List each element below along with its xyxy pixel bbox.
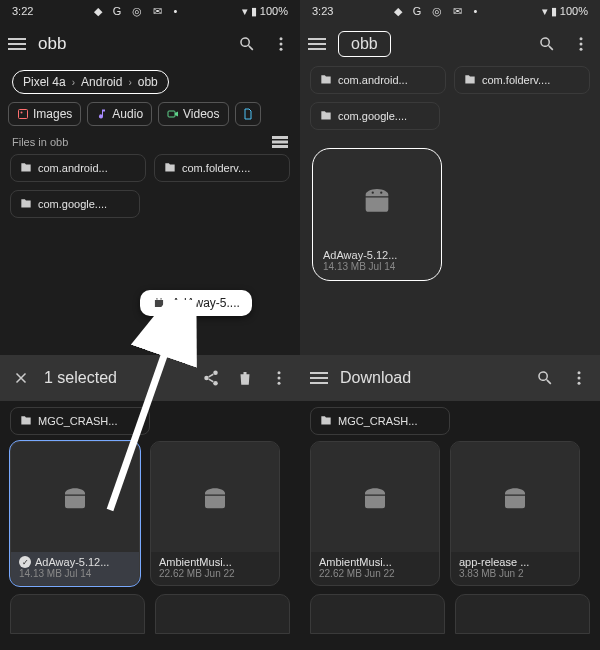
status-notif-icons: ◆ G ◎ ✉ • [94, 5, 182, 18]
search-button[interactable] [534, 367, 556, 389]
file-item[interactable]: app-release ... 3.83 MB Jun 2 [450, 441, 580, 586]
filter-chips: Images Audio Videos [0, 102, 300, 134]
folder-item[interactable]: com.google.... [310, 102, 440, 130]
status-bar: 3:22 ◆ G ◎ ✉ • ▾ ▮ 100% [0, 0, 300, 22]
chevron-right-icon: › [128, 77, 131, 88]
folder-icon [163, 161, 177, 175]
share-button[interactable] [200, 367, 222, 389]
status-notif-icons: ◆ G ◎ ✉ • [394, 5, 482, 18]
svg-point-12 [372, 191, 374, 193]
breadcrumb-item[interactable]: obb [138, 75, 158, 89]
folder-icon [19, 161, 33, 175]
app-bar: obb [300, 22, 600, 66]
page-title: obb [38, 34, 224, 54]
file-meta: 22.62 MB Jun 22 [311, 568, 439, 585]
search-value: obb [351, 35, 378, 52]
chevron-right-icon: › [72, 77, 75, 88]
status-battery: ▾ ▮ 100% [542, 5, 588, 18]
breadcrumb-item[interactable]: Android [81, 75, 122, 89]
svg-point-22 [578, 382, 581, 385]
svg-point-4 [21, 112, 23, 114]
svg-point-13 [380, 191, 382, 193]
svg-point-19 [278, 382, 281, 385]
android-icon [500, 482, 530, 512]
menu-button[interactable] [310, 377, 328, 379]
breadcrumb[interactable]: Pixel 4a › Android › obb [12, 70, 169, 94]
folder-label: com.android... [338, 74, 408, 86]
chip-images[interactable]: Images [8, 102, 81, 126]
file-item-partial[interactable] [310, 594, 445, 634]
overflow-button[interactable] [568, 367, 590, 389]
hamburger-icon [308, 43, 326, 45]
folder-item[interactable]: MGC_CRASH... [310, 407, 450, 435]
view-toggle-icon[interactable] [272, 136, 288, 148]
search-icon [536, 369, 554, 387]
close-icon [12, 369, 30, 387]
file-name: AdAway-5.12... [35, 556, 109, 568]
file-item-partial[interactable] [10, 594, 145, 634]
file-thumbnail [451, 442, 579, 552]
svg-rect-7 [272, 141, 288, 144]
file-thumbnail [313, 149, 441, 249]
svg-point-1 [280, 43, 283, 46]
status-battery: ▾ ▮ 100% [242, 5, 288, 18]
folder-item[interactable]: com.folderv.... [154, 154, 290, 182]
checkmark-icon: ✓ [19, 556, 31, 568]
section-header: Files in obb [0, 134, 300, 154]
svg-rect-8 [272, 145, 288, 148]
folder-item[interactable]: com.google.... [10, 190, 140, 218]
search-icon [238, 35, 256, 53]
more-vert-icon [270, 369, 288, 387]
more-vert-icon [572, 35, 590, 53]
svg-point-9 [580, 37, 583, 40]
section-label-text: Files in obb [12, 136, 68, 148]
folder-label: MGC_CRASH... [338, 415, 417, 427]
status-bar: 3:23 ◆ G ◎ ✉ • ▾ ▮ 100% [300, 0, 600, 22]
folder-label: com.google.... [38, 198, 107, 210]
file-icon [242, 108, 254, 120]
overflow-button[interactable] [268, 367, 290, 389]
chip-more[interactable] [235, 102, 261, 126]
app-bar: obb [0, 22, 300, 66]
svg-point-20 [578, 371, 581, 374]
svg-point-2 [280, 48, 283, 51]
search-icon [538, 35, 556, 53]
close-selection-button[interactable] [10, 367, 32, 389]
menu-button[interactable] [308, 43, 326, 45]
file-item-partial[interactable] [455, 594, 590, 634]
overflow-button[interactable] [570, 33, 592, 55]
chip-videos[interactable]: Videos [158, 102, 228, 126]
folder-item[interactable]: com.folderv.... [454, 66, 590, 94]
chip-label: Videos [183, 107, 219, 121]
folder-item[interactable]: com.android... [10, 154, 146, 182]
page-title: Download [340, 369, 522, 387]
svg-point-0 [280, 37, 283, 40]
panel-top-right: 3:23 ◆ G ◎ ✉ • ▾ ▮ 100% obb com.android.… [300, 0, 600, 355]
file-item-selected[interactable]: AdAway-5.12... 14.13 MB Jul 14 [312, 148, 442, 281]
android-icon [200, 482, 230, 512]
hamburger-icon [310, 377, 328, 379]
overflow-button[interactable] [270, 33, 292, 55]
search-button[interactable] [536, 33, 558, 55]
share-icon [202, 369, 220, 387]
menu-button[interactable] [8, 43, 26, 45]
search-input[interactable]: obb [338, 31, 391, 57]
file-item-partial[interactable] [155, 594, 290, 634]
folder-label: com.google.... [338, 110, 407, 122]
chip-label: Audio [112, 107, 143, 121]
app-bar: Download [300, 355, 600, 401]
breadcrumb-item[interactable]: Pixel 4a [23, 75, 66, 89]
chip-audio[interactable]: Audio [87, 102, 152, 126]
delete-button[interactable] [234, 367, 256, 389]
panel-bottom-right: Download MGC_CRASH... AmbientMusi... 22.… [300, 355, 600, 650]
chip-label: Images [33, 107, 72, 121]
folder-item[interactable]: com.android... [310, 66, 446, 94]
file-item[interactable]: AmbientMusi... 22.62 MB Jun 22 [310, 441, 440, 586]
android-icon [60, 482, 90, 512]
audio-icon [96, 108, 108, 120]
image-icon [17, 108, 29, 120]
search-button[interactable] [236, 33, 258, 55]
more-vert-icon [272, 35, 290, 53]
svg-rect-3 [19, 110, 28, 119]
folder-icon [319, 109, 333, 123]
